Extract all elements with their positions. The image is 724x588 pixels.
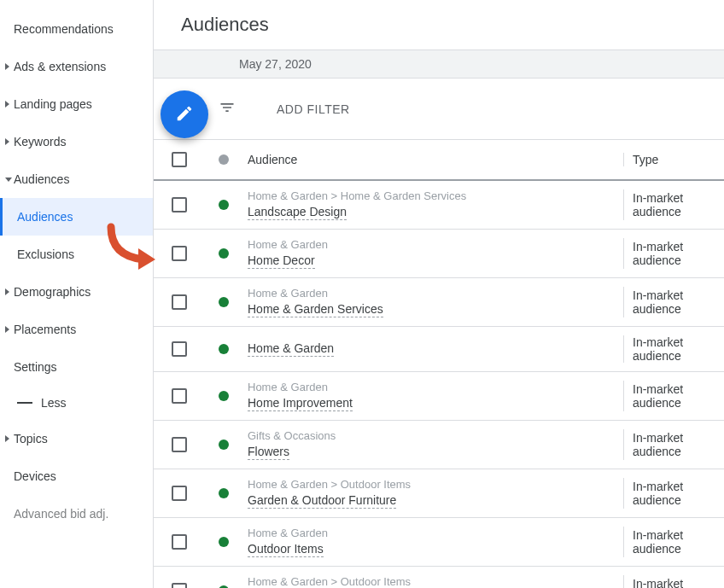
audience-name[interactable]: Landscape Design: [248, 205, 347, 220]
row-checkbox[interactable]: [172, 583, 187, 588]
type-label: In-market: [633, 288, 724, 302]
status-header-icon: [219, 154, 229, 165]
breadcrumb: Gifts & Occasions: [248, 429, 623, 442]
type-label: audience: [633, 542, 724, 556]
table-row[interactable]: Home & Garden > Home & Garden Services L…: [154, 181, 724, 230]
main-content: Audiences May 27, 2020 ADD FILTER Audien…: [154, 0, 724, 588]
nav-exclusions[interactable]: Exclusions: [0, 236, 153, 273]
row-checkbox[interactable]: [172, 197, 187, 212]
type-label: In-market: [633, 382, 724, 396]
row-checkbox[interactable]: [172, 341, 187, 357]
create-fab[interactable]: [161, 90, 208, 138]
nav-settings[interactable]: Settings: [0, 348, 153, 386]
audience-name[interactable]: Home & Garden: [248, 341, 334, 357]
filter-bar: ADD FILTER: [154, 79, 724, 140]
nav-audiences-sub[interactable]: Audiences: [0, 198, 153, 236]
type-label: In-market: [633, 480, 724, 493]
status-enabled-icon: [219, 248, 229, 259]
row-checkbox[interactable]: [172, 388, 187, 404]
table-row[interactable]: Home & Garden Home & Garden Services In-…: [154, 278, 724, 327]
row-checkbox[interactable]: [172, 294, 187, 310]
select-all-checkbox[interactable]: [172, 152, 187, 167]
type-label: In-market: [633, 191, 724, 205]
type-label: In-market: [633, 528, 724, 542]
type-label: In-market: [633, 335, 724, 349]
page-title: Audiences: [154, 0, 724, 49]
column-audience-header[interactable]: Audience: [242, 153, 623, 166]
type-label: In-market: [633, 577, 724, 588]
table-row[interactable]: Home & Garden > Outdoor Items Garden & O…: [154, 469, 724, 518]
breadcrumb: Home & Garden: [248, 238, 623, 251]
status-enabled-icon: [219, 391, 229, 401]
breadcrumb: Home & Garden: [248, 527, 623, 539]
sidebar: Recommendations Ads & extensions Landing…: [0, 0, 154, 588]
row-checkbox[interactable]: [172, 246, 187, 261]
row-checkbox[interactable]: [172, 486, 187, 501]
audience-name[interactable]: Home Improvement: [248, 396, 353, 411]
table-row[interactable]: Gifts & Occasions Flowers In-market audi…: [154, 421, 724, 469]
nav-demographics[interactable]: Demographics: [0, 273, 153, 311]
nav-less[interactable]: Less: [0, 386, 153, 420]
nav-placements[interactable]: Placements: [0, 311, 153, 348]
type-label: In-market: [633, 431, 724, 445]
table-row[interactable]: Home & Garden > Outdoor Items Lawn Care …: [154, 567, 724, 588]
row-checkbox[interactable]: [172, 534, 187, 550]
breadcrumb: Home & Garden: [248, 287, 623, 300]
nav-landing-pages[interactable]: Landing pages: [0, 85, 153, 123]
nav-advanced-bid[interactable]: Advanced bid adj.: [0, 495, 153, 533]
audiences-table: Audience Type Home & Garden > Home & Gar…: [154, 140, 724, 588]
nav-topics[interactable]: Topics: [0, 420, 153, 457]
type-label: audience: [633, 396, 724, 410]
breadcrumb: Home & Garden > Home & Garden Services: [248, 189, 623, 202]
nav-audiences[interactable]: Audiences: [0, 160, 153, 198]
status-enabled-icon: [219, 537, 229, 547]
nav-keywords[interactable]: Keywords: [0, 123, 153, 160]
type-label: audience: [633, 349, 724, 363]
status-enabled-icon: [219, 297, 229, 307]
table-row[interactable]: Home & Garden Outdoor Items In-market au…: [154, 518, 724, 567]
table-row[interactable]: Home & Garden Home Decor In-market audie…: [154, 230, 724, 278]
type-label: audience: [633, 302, 724, 316]
filter-icon[interactable]: [219, 99, 236, 119]
type-label: audience: [633, 493, 724, 507]
audience-name[interactable]: Outdoor Items: [248, 542, 324, 557]
status-enabled-icon: [219, 344, 229, 354]
audience-name[interactable]: Home Decor: [248, 253, 315, 269]
type-label: audience: [633, 253, 724, 267]
type-label: audience: [633, 205, 724, 218]
add-filter-button[interactable]: ADD FILTER: [277, 102, 350, 116]
breadcrumb: Home & Garden: [248, 381, 623, 393]
table-row[interactable]: Home & Garden In-market audience: [154, 327, 724, 372]
status-enabled-icon: [219, 488, 229, 498]
nav-less-label: Less: [41, 396, 67, 410]
status-enabled-icon: [219, 440, 229, 450]
breadcrumb: Home & Garden > Outdoor Items: [248, 575, 623, 588]
audience-name[interactable]: Flowers: [248, 445, 289, 460]
type-label: audience: [633, 445, 724, 458]
status-enabled-icon: [219, 200, 229, 210]
pencil-icon: [175, 104, 194, 125]
row-checkbox[interactable]: [172, 437, 187, 452]
nav-recommendations[interactable]: Recommendations: [0, 10, 153, 48]
table-row[interactable]: Home & Garden Home Improvement In-market…: [154, 372, 724, 421]
table-header: Audience Type: [154, 140, 724, 181]
nav-devices[interactable]: Devices: [0, 457, 153, 495]
date-bar: May 27, 2020: [154, 49, 724, 79]
type-label: In-market: [633, 240, 724, 253]
column-type-header[interactable]: Type: [623, 153, 724, 166]
nav-ads-extensions[interactable]: Ads & extensions: [0, 48, 153, 85]
audience-name[interactable]: Garden & Outdoor Furniture: [248, 493, 396, 509]
audience-name[interactable]: Home & Garden Services: [248, 302, 383, 317]
breadcrumb: Home & Garden > Outdoor Items: [248, 478, 623, 491]
